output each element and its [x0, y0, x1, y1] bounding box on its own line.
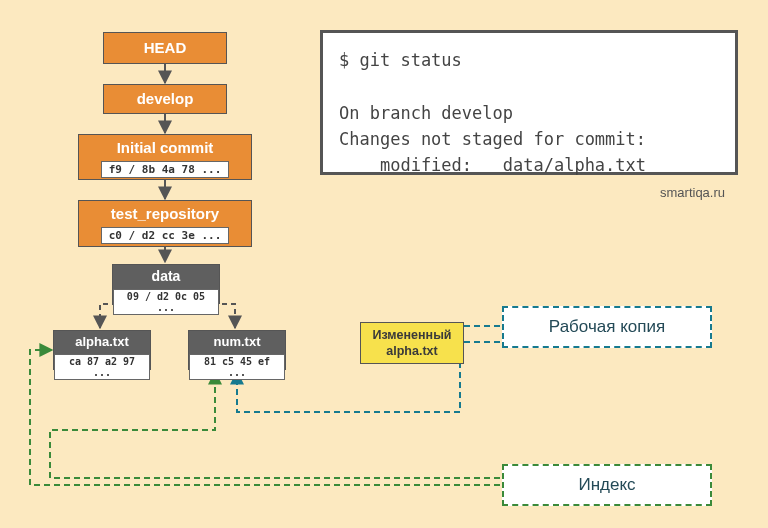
label-working-copy: Рабочая копия	[502, 306, 712, 348]
node-num-blob: num.txt 81 c5 45 ef ...	[188, 330, 286, 370]
terminal-line2: On branch develop	[339, 100, 719, 126]
label-working-copy-text: Рабочая копия	[549, 317, 665, 336]
node-alpha-blob: alpha.txt ca 87 a2 97 ...	[53, 330, 151, 370]
terminal-line1: $ git status	[339, 47, 719, 73]
num-blob-label: num.txt	[189, 334, 285, 350]
label-index-text: Индекс	[578, 475, 635, 494]
node-modified-alpha: Измененный alpha.txt	[360, 322, 464, 364]
head-label: HEAD	[104, 39, 226, 57]
alpha-blob-hash: ca 87 a2 97 ...	[54, 354, 150, 380]
node-head: HEAD	[103, 32, 227, 64]
modified-line2: alpha.txt	[361, 344, 463, 360]
root-tree-label: test_repository	[79, 205, 251, 223]
branch-label: develop	[104, 90, 226, 108]
terminal-line4: modified: data/alpha.txt	[339, 152, 719, 178]
alpha-blob-label: alpha.txt	[54, 334, 150, 350]
terminal-output: $ git status On branch develop Changes n…	[320, 30, 738, 175]
attribution: smartiqa.ru	[660, 185, 725, 200]
modified-line1: Измененный	[361, 328, 463, 344]
node-commit: Initial commit f9 / 8b 4a 78 ...	[78, 134, 252, 180]
root-tree-hash: c0 / d2 cc 3e ...	[101, 227, 230, 244]
num-blob-hash: 81 c5 45 ef ...	[189, 354, 285, 380]
data-tree-hash: 09 / d2 0c 05 ...	[113, 289, 219, 315]
node-root-tree: test_repository c0 / d2 cc 3e ...	[78, 200, 252, 247]
label-index: Индекс	[502, 464, 712, 506]
node-branch: develop	[103, 84, 227, 114]
node-data-tree: data 09 / d2 0c 05 ...	[112, 264, 220, 304]
data-tree-label: data	[113, 268, 219, 285]
commit-label: Initial commit	[79, 139, 251, 157]
terminal-line3: Changes not staged for commit:	[339, 126, 719, 152]
commit-hash: f9 / 8b 4a 78 ...	[101, 161, 230, 178]
